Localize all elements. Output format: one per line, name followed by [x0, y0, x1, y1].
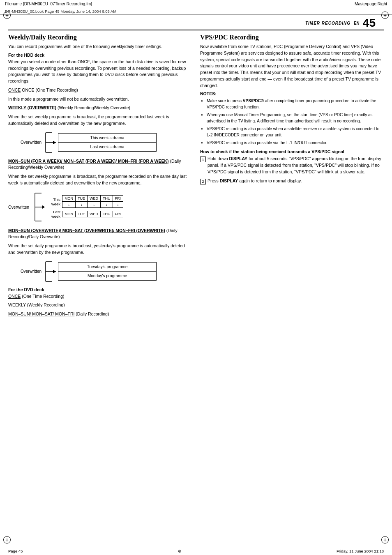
- diagram2: Overwritten Thisweek MON TUE WED: [8, 191, 188, 223]
- lw-tue: TUE: [76, 211, 88, 217]
- this-week-row: Thisweek MON TUE WED THU FRI ↓ ↓ ↓: [47, 195, 123, 208]
- dvd-mon-underline: MON–SUN/ MON–SAT/ MON–FRI: [8, 311, 74, 316]
- note-1: Make sure to press VPS/PDC® after comple…: [200, 98, 384, 110]
- weekly-underline: WEEKLY (OVERWRITE): [8, 105, 56, 110]
- corner-mark-tl: [3, 12, 11, 19]
- note-3: VPS/PDC recording is also possible when …: [200, 126, 384, 138]
- masterpage-label: Masterpage:Right: [355, 2, 387, 6]
- main-content: Weekly/Daily Recording You can record pr…: [0, 34, 392, 320]
- page-number: 45: [363, 17, 376, 29]
- mon-sun-body: When the set weekly programme is broadca…: [8, 173, 188, 187]
- dvd-weekly-underline: WEEKLY: [8, 302, 26, 307]
- diagram3-box: Tuesday's programme Monday's programme: [58, 262, 157, 281]
- footer: Page 45 ⊕ Friday, 11 June 2004 21:18: [0, 547, 392, 555]
- lang-label: EN: [354, 21, 360, 25]
- once-underline: ONCE: [8, 88, 21, 92]
- filename-label: Filename [DR-MH30EU_07Timer Recording.fm…: [5, 2, 92, 6]
- display-bold-1: DISPLAY: [229, 156, 248, 161]
- how-to-check-heading: How to check if the station being receiv…: [200, 149, 384, 154]
- tw-tue: TUE: [76, 196, 88, 202]
- svg-marker-4: [53, 141, 56, 144]
- weekly-label: WEEKLY (OVERWRITE) (Weekly Recording/Wee…: [8, 105, 188, 111]
- dvd-body3: MON–SUN/ MON–SAT/ MON–FRI (Daily Recordi…: [8, 311, 188, 318]
- corner-mark-bl: [3, 536, 11, 543]
- once-label-text: ONCE ONCE (One Time Recording): [8, 88, 78, 92]
- overwritten-label-1: Overwritten: [21, 140, 42, 145]
- dvd-body2: WEEKLY (Weekly Recording): [8, 302, 188, 309]
- tw-arrow-thu: ↓: [101, 202, 113, 208]
- bracket-svg-1: [44, 131, 56, 154]
- diagram1-row2: Last week's drama: [58, 143, 156, 151]
- intro-text: You can record programmes with one of th…: [8, 44, 188, 50]
- step-1-text: Hold down DISPLAY for about 5 seconds. "…: [208, 156, 384, 175]
- step-2-text: Press DISPLAY again to return to normal …: [208, 178, 302, 184]
- step-1: 1 Hold down DISPLAY for about 5 seconds.…: [200, 156, 384, 175]
- top-header: Filename [DR-MH30EU_07Timer Recording.fm…: [0, 0, 392, 8]
- footer-center-crosshair: ⊕: [178, 549, 181, 553]
- hdd-heading: For the HDD deck: [8, 53, 188, 58]
- step-2-num: 2: [200, 179, 206, 184]
- dvd-heading: For the DVD deck: [8, 287, 188, 292]
- diagram1: Overwritten This week's drama Last week'…: [21, 131, 188, 154]
- vps-intro: Now available from some TV stations, PDC…: [200, 44, 384, 89]
- tw-fri: FRI: [113, 196, 123, 202]
- overwritten-label-2: Overwritten: [8, 205, 29, 210]
- once-label: ONCE ONCE (One Time Recording): [8, 87, 188, 94]
- tw-arrow-mon: ↓: [62, 202, 76, 208]
- once-label-span: ONCE (One Time Recording): [22, 88, 78, 92]
- left-column: Weekly/Daily Recording You can record pr…: [8, 34, 196, 320]
- lw-thu: THU: [101, 211, 113, 217]
- corner-mark-tr: [381, 12, 389, 19]
- this-week-table: MON TUE WED THU FRI ↓ ↓ ↓ ↓ ↓: [62, 195, 123, 208]
- bracket-svg-3: [44, 260, 56, 283]
- note-2: When you use Manual Timer Programming, s…: [200, 112, 384, 124]
- footer-left: Page 45: [8, 549, 23, 553]
- page-header: TIMER RECORDING EN 45: [8, 15, 384, 30]
- svg-marker-14: [53, 270, 56, 273]
- tw-thu: THU: [101, 196, 113, 202]
- mon-sun-ow-underline: MON–SUN (OVERWRITE)/ MON–SAT (OVERWRITE)…: [8, 228, 165, 233]
- diagram3-row1: Tuesday's programme: [58, 263, 156, 272]
- corner-mark-br: [381, 536, 389, 543]
- display-bold-2: DISPLAY: [220, 178, 238, 183]
- mon-sun-overwrite-body: When the set daily programme is broadcas…: [8, 243, 188, 256]
- once-body: In this mode a programme will not be aut…: [8, 96, 188, 103]
- lw-wed: WED: [88, 211, 101, 217]
- lw-fri: FRI: [113, 211, 123, 217]
- last-week-label: Lastweek: [47, 210, 60, 219]
- diagram1-row1: This week's drama: [58, 134, 156, 143]
- dvd-body1: ONCE (One Time Recording): [8, 293, 188, 300]
- weekly-body: When the set weekly programme is broadca…: [8, 114, 188, 127]
- tw-arrow-wed: ↓: [88, 202, 101, 208]
- tw-mon: MON: [62, 196, 76, 202]
- second-row: DR-MH30EU_00.book Page 45 Monday, June 1…: [0, 8, 392, 15]
- diagram3-row2: Monday's programme: [58, 272, 156, 280]
- last-week-row: Lastweek MON TUE WED THU FRI: [47, 210, 123, 219]
- last-week-table: MON TUE WED THU FRI: [62, 211, 123, 217]
- hdd-body: When you select a mode other than ONCE, …: [8, 59, 188, 85]
- diagram2-tables: Thisweek MON TUE WED THU FRI ↓ ↓ ↓: [47, 195, 123, 219]
- mon-sun-underline: MON–SUN (FOR A WEEK)/ MON–SAT (FOR A WEE…: [8, 159, 169, 164]
- diagram1-box: This week's drama Last week's drama: [58, 133, 157, 152]
- diagram3: Overwritten Tuesday's programme Monday's…: [21, 260, 188, 283]
- vps-pdc-bold-1: VPS/PDC®: [243, 99, 264, 103]
- notes-list: Make sure to press VPS/PDC® after comple…: [200, 98, 384, 146]
- lw-mon: MON: [62, 211, 76, 217]
- tw-arrow-tue: ↓: [76, 202, 88, 208]
- mon-sun-overwrite-heading: MON–SUN (OVERWRITE)/ MON–SAT (OVERWRITE)…: [8, 228, 188, 241]
- bracket-svg-2: [33, 191, 45, 223]
- step-2: 2 Press DISPLAY again to return to norma…: [200, 178, 384, 184]
- left-section-title: Weekly/Daily Recording: [8, 34, 188, 41]
- right-column: VPS/PDC Recording Now available from som…: [196, 34, 384, 320]
- section-label: TIMER RECORDING: [305, 21, 350, 25]
- notes-heading: NOTES:: [200, 91, 384, 96]
- step-1-num: 1: [200, 157, 206, 162]
- tw-arrow-fri: ↓: [113, 202, 123, 208]
- subline-label: DR-MH30EU_00.book Page 45 Monday, June 1…: [5, 9, 116, 14]
- footer-right: Friday, 11 June 2004 21:18: [337, 549, 384, 553]
- svg-marker-9: [42, 205, 45, 209]
- overwritten-label-3: Overwritten: [21, 269, 42, 274]
- note-4: VPS/PDC recording is also possible via t…: [200, 140, 384, 146]
- tw-wed: WED: [88, 196, 101, 202]
- this-week-label: Thisweek: [47, 197, 60, 206]
